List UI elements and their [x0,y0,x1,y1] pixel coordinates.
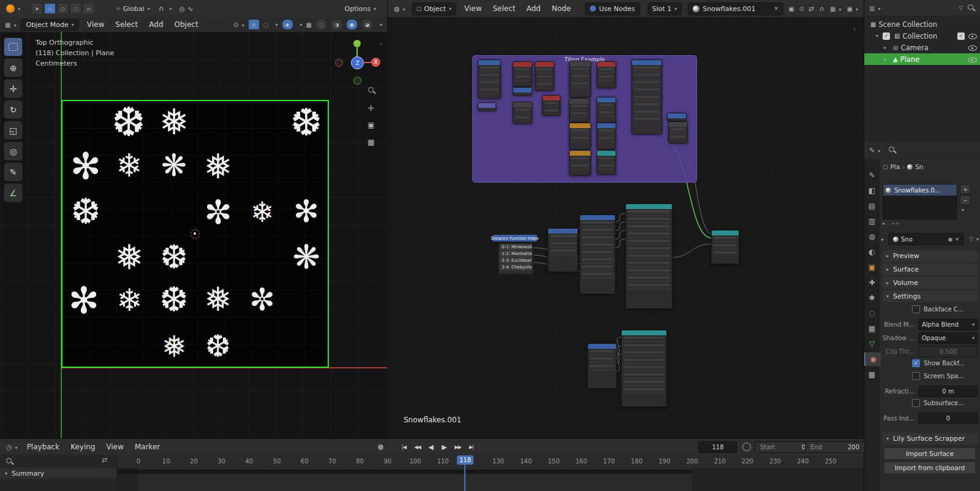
shader-node[interactable] [548,228,578,272]
panel-settings[interactable]: ▾Settings [883,291,978,302]
disclosure-icon[interactable]: ▸ [884,56,891,62]
shader-node[interactable] [542,95,560,116]
falloff-icon[interactable]: ∿ [187,5,193,13]
shader-context-dropdown[interactable]: ▢ Object ▾ [412,2,456,15]
snap-controls[interactable]: ∩ ▾ ◎ ∿ [159,4,194,13]
editor-type-icon[interactable]: ◷▾ [6,443,18,451]
gizmo-z-ball[interactable]: Z [351,56,364,69]
use-nodes-toggle[interactable]: Use Nodes [585,2,640,15]
shader-node[interactable] [668,121,688,143]
pin-icon[interactable]: ⊙ [799,6,804,12]
viewport-menu-view[interactable]: View [81,17,110,32]
parent-arrows-icon[interactable]: ⇄ [809,5,814,13]
shader-node[interactable] [597,123,616,150]
search-icon[interactable] [889,147,897,154]
subsurface-checkbox[interactable] [912,399,920,407]
node-menu-select[interactable]: Select [487,1,521,16]
node-menu-add[interactable]: Add [521,1,546,16]
paint-select-icon[interactable]: ▱ [83,3,94,14]
tool-measure[interactable]: ∠ [4,183,23,202]
blend-mode-dropdown[interactable]: Alpha Blend ▾ [918,319,978,330]
panel-surface[interactable]: ▸Surface [883,264,978,275]
outliner-row-collection[interactable]: ▾✓▧Collection✓ [864,30,980,42]
properties-tab-8[interactable]: ✱ [864,291,880,305]
properties-tab-6[interactable]: ▣ [864,261,880,274]
sidebar-chevron-icon[interactable]: ‹ [853,26,856,32]
gizmo-y-negative[interactable] [353,77,361,85]
shading-rendered-icon[interactable]: ◕ [361,19,373,30]
transport-button-1[interactable]: ◀◀ [412,441,423,452]
distance-node-body[interactable]: 0-1: Minkowski1-2: Manhattan2-3: Euclide… [498,243,533,275]
filter-icon[interactable]: ▽ [959,5,963,11]
shading-material-icon[interactable]: ● [346,19,358,30]
unlink-icon[interactable]: ✕ [955,237,959,242]
mode-dropdown[interactable]: Object Mode ▾ [21,19,78,31]
expand-icon[interactable]: ▸ [883,221,889,226]
shader-node[interactable] [535,61,554,91]
app-menu-button[interactable]: ▾ [6,4,20,13]
search-icon[interactable] [968,4,976,12]
proportional-edit-icon[interactable]: ◎ [179,5,186,13]
overlay-grid-icon[interactable]: ▦▾ [830,6,841,12]
properties-tab-5[interactable]: ◐ [864,245,880,259]
lasso-select-icon[interactable]: ◌ [70,3,81,14]
visibility-eye-icon[interactable] [968,32,977,40]
panel-preview[interactable]: ▸Preview [883,250,978,262]
slot-specials-icon[interactable]: ▾ [962,207,964,213]
shader-node[interactable] [569,150,591,176]
disclosure-icon[interactable]: ▾ [876,33,883,39]
outliner-row-plane[interactable]: ▸▲Plane [864,53,980,65]
shader-node[interactable] [579,215,616,294]
shader-node[interactable] [597,150,616,175]
snap-magnet-icon[interactable]: ∩ [820,5,824,13]
properties-tab-3[interactable]: ▥ [864,215,880,228]
viewport-menu-add[interactable]: Add [143,17,168,32]
distance-option[interactable]: 0-1: Minkowski [500,244,532,250]
gizmo-y-positive[interactable] [353,40,361,47]
shader-node[interactable] [597,97,616,125]
shader-node[interactable] [513,87,532,96]
properties-tab-11[interactable]: ▽ [864,337,880,351]
material-id-field[interactable]: Snowflakes.001 ✕ [688,2,783,15]
shield-icon[interactable]: ▣ [788,6,794,12]
timeline-menu-view[interactable]: View [100,440,129,454]
panel-lily-surface-scrapper[interactable]: ▾Lily Surface Scrapper [883,433,978,444]
orientation-dropdown[interactable]: ⟡ Global ▾ [116,5,150,13]
shading-solid-icon[interactable]: ◑ [331,19,342,30]
refraction-depth-field[interactable]: 0 m [918,386,978,397]
editor-type-icon[interactable]: ▥▾ [869,5,880,12]
expand-arrows-icon[interactable]: ⇄ [102,456,107,464]
backface-culling-checkbox[interactable] [912,305,920,313]
gizmo-dropdown-icon[interactable]: ⊙▾ [233,21,244,28]
visibility-eye-icon[interactable] [968,56,977,63]
tool-move[interactable]: ✛ [4,79,23,98]
tool-select[interactable] [4,37,23,56]
properties-tab-9[interactable]: ◌ [864,306,880,320]
shader-node[interactable] [587,343,617,389]
tool-icon[interactable]: ✎▾ [869,147,880,154]
pass-index-field[interactable]: 0 [918,413,978,424]
timeline-menu-marker[interactable]: Marker [129,440,165,454]
fake-user-icon[interactable]: ▣ [948,237,953,242]
viewport-menu-object[interactable]: Object [169,17,204,32]
transport-button-2[interactable]: ◀ [425,441,437,452]
distance-option[interactable]: 1-2: Manhattan [500,251,532,257]
material-slot-list[interactable]: Snowflakes.0... [883,184,957,219]
stopwatch-icon[interactable] [742,443,751,451]
playhead-tag[interactable]: 118 [457,455,473,465]
timeline-menu-playback[interactable]: Playback [21,440,66,454]
import-from-clipboard-button[interactable]: Import from clipboard [884,462,976,474]
summary-row[interactable]: ▾ Summary [0,468,116,479]
shader-node[interactable] [711,230,739,264]
tool-scale[interactable]: ◱ [4,121,23,140]
pan-hand-icon[interactable]: ✛ [368,104,374,113]
properties-tab-12[interactable]: ◉ [864,352,881,366]
outliner-row-camera[interactable]: ▸◎Camera [864,42,980,53]
properties-tab-4[interactable]: ◍ [864,230,880,243]
circle-select-icon[interactable]: ○ [57,3,69,14]
disclosure-icon[interactable]: ▸ [884,45,891,50]
auto-key-record-icon[interactable] [378,444,383,450]
add-slot-button[interactable]: ＋ [960,184,971,194]
shader-node[interactable] [569,98,590,123]
shader-node[interactable] [569,61,591,97]
